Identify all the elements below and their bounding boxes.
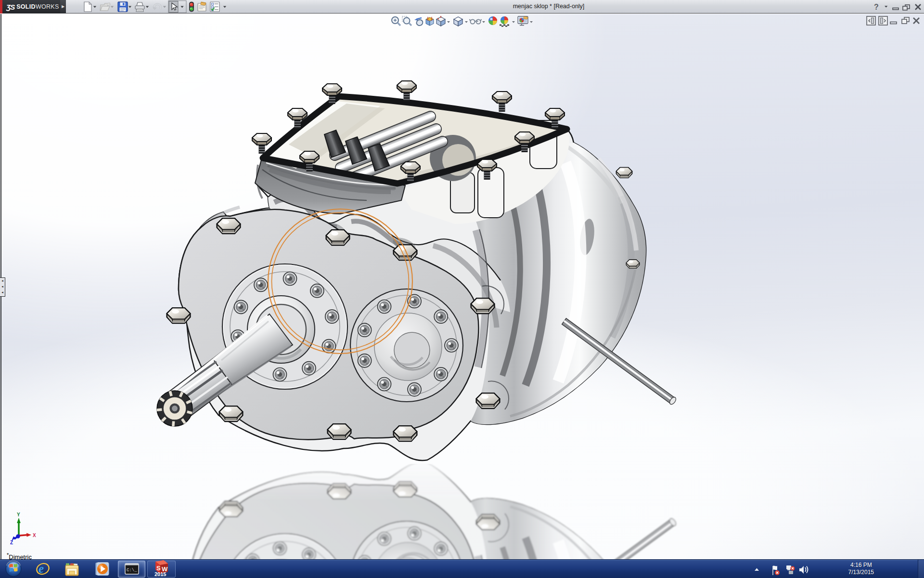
svg-text:2015: 2015: [154, 571, 166, 577]
svg-text:Z: Z: [10, 540, 13, 544]
svg-text:Y: Y: [17, 512, 20, 517]
svg-text:S: S: [156, 565, 161, 572]
svg-text:C:\_: C:\_: [127, 568, 137, 573]
svg-text:e: e: [38, 562, 44, 575]
svg-text:X: X: [33, 533, 36, 538]
svg-text:?: ?: [874, 3, 879, 11]
